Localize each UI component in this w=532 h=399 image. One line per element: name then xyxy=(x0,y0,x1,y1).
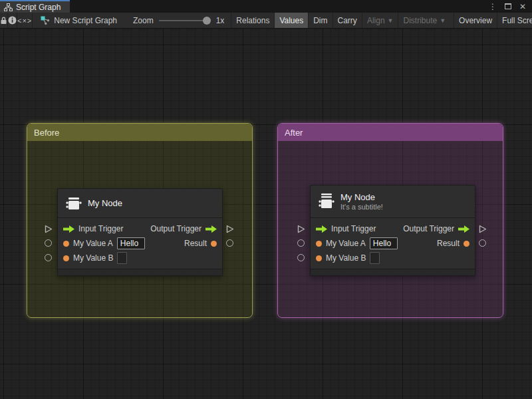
node-my-node-before[interactable]: My Node Input Trigger Output Trigger xyxy=(57,188,223,276)
menu-kebab-icon[interactable]: ⋮ xyxy=(489,3,497,11)
script-graph-window: Script Graph ⋮ ✕ xyxy=(0,0,532,399)
zoom-slider[interactable] xyxy=(159,17,211,25)
dropdown-align[interactable]: Align ▼ xyxy=(362,13,398,28)
value-a-port-icon[interactable] xyxy=(316,241,322,247)
node-after-header[interactable]: My Node It's a subtitle! xyxy=(311,186,475,218)
info-icon xyxy=(8,16,17,25)
node-title: My Node xyxy=(88,198,122,208)
script-graph-asset-icon xyxy=(41,16,50,25)
group-before-header[interactable]: Before xyxy=(27,124,252,141)
node-my-node-after[interactable]: My Node It's a subtitle! Input Trigger O… xyxy=(310,185,475,276)
close-icon[interactable]: ✕ xyxy=(519,3,526,11)
external-input-trigger-port[interactable] xyxy=(43,224,53,234)
button-full-screen[interactable]: Full Screen xyxy=(497,13,532,28)
external-output-trigger-port[interactable] xyxy=(225,224,235,234)
group-after-header[interactable]: After xyxy=(278,124,503,141)
output-trigger-arrow-icon[interactable] xyxy=(205,225,217,233)
graph-title: New Script Graph xyxy=(54,16,117,25)
node-before-header[interactable]: My Node xyxy=(58,189,222,218)
unit-node-icon xyxy=(317,193,334,210)
value-b-port-icon[interactable] xyxy=(63,255,69,261)
external-value-a-port[interactable] xyxy=(297,239,305,247)
tab-script-graph[interactable]: Script Graph xyxy=(0,0,70,13)
button-overview[interactable]: Overview xyxy=(454,13,497,28)
lock-icon xyxy=(0,17,7,25)
port-row-triggers: Input Trigger Output Trigger xyxy=(311,221,475,236)
value-a-input[interactable] xyxy=(117,237,145,249)
value-b-port-icon[interactable] xyxy=(316,255,322,261)
node-subtitle: It's a subtitle! xyxy=(340,203,383,211)
port-row-value-a: My Value A Result xyxy=(58,236,222,251)
group-after-title: After xyxy=(285,128,303,138)
group-before-title: Before xyxy=(34,128,59,138)
code-view-button[interactable]: <×> xyxy=(17,13,33,28)
external-value-b-port[interactable] xyxy=(45,254,52,261)
window-controls: ⋮ ✕ xyxy=(489,0,532,13)
zoom-value: 1x xyxy=(216,16,225,25)
info-button[interactable] xyxy=(8,13,17,28)
graph-hierarchy-icon xyxy=(4,3,13,11)
chevron-down-icon: ▼ xyxy=(440,17,446,24)
external-value-b-port[interactable] xyxy=(297,254,305,261)
toggle-carry[interactable]: Carry xyxy=(332,13,362,28)
external-result-port[interactable] xyxy=(479,239,486,247)
code-brackets-icon: <×> xyxy=(17,17,32,25)
result-port-icon[interactable] xyxy=(464,241,469,247)
external-value-a-port[interactable] xyxy=(45,239,52,247)
tab-title: Script Graph xyxy=(16,3,61,12)
node-footer xyxy=(311,269,475,275)
toggle-relations[interactable]: Relations xyxy=(231,13,274,28)
zoom-slider-handle[interactable] xyxy=(203,17,211,25)
input-trigger-arrow-icon[interactable] xyxy=(63,225,74,233)
port-row-value-b: My Value B xyxy=(311,251,475,265)
input-trigger-arrow-icon[interactable] xyxy=(316,225,327,233)
zoom-label: Zoom xyxy=(133,16,154,25)
toggle-values[interactable]: Values xyxy=(274,13,308,28)
value-b-input[interactable] xyxy=(370,252,380,264)
result-port-icon[interactable] xyxy=(211,241,217,247)
graph-canvas[interactable]: Before After xyxy=(0,29,532,399)
graph-breadcrumb[interactable]: New Script Graph xyxy=(33,13,124,28)
external-input-trigger-port[interactable] xyxy=(296,224,306,234)
value-a-input[interactable] xyxy=(370,237,398,249)
maximize-icon[interactable] xyxy=(505,3,511,11)
external-result-port[interactable] xyxy=(226,239,233,247)
node-footer xyxy=(58,269,222,275)
value-b-input[interactable] xyxy=(117,252,127,264)
unit-node-icon xyxy=(65,195,82,212)
lock-button[interactable] xyxy=(0,13,8,28)
output-trigger-arrow-icon[interactable] xyxy=(458,225,469,233)
toolbar-toggles: Relations Values Dim Carry Align ▼ Distr… xyxy=(231,13,532,28)
port-row-value-a: My Value A Result xyxy=(311,236,475,251)
port-row-value-b: My Value B xyxy=(58,251,222,265)
toolbar: <×> New Script Graph Zoom 1x xyxy=(0,13,532,29)
zoom-control: Zoom 1x xyxy=(124,13,231,28)
toggle-dim[interactable]: Dim xyxy=(308,13,332,28)
dropdown-distribute[interactable]: Distribute ▼ xyxy=(398,13,450,28)
external-output-trigger-port[interactable] xyxy=(477,224,487,234)
value-a-port-icon[interactable] xyxy=(63,241,69,247)
node-title: My Node xyxy=(340,192,383,202)
tab-bar: Script Graph ⋮ ✕ xyxy=(0,0,532,13)
chevron-down-icon: ▼ xyxy=(388,17,394,24)
port-row-triggers: Input Trigger Output Trigger xyxy=(58,221,222,236)
